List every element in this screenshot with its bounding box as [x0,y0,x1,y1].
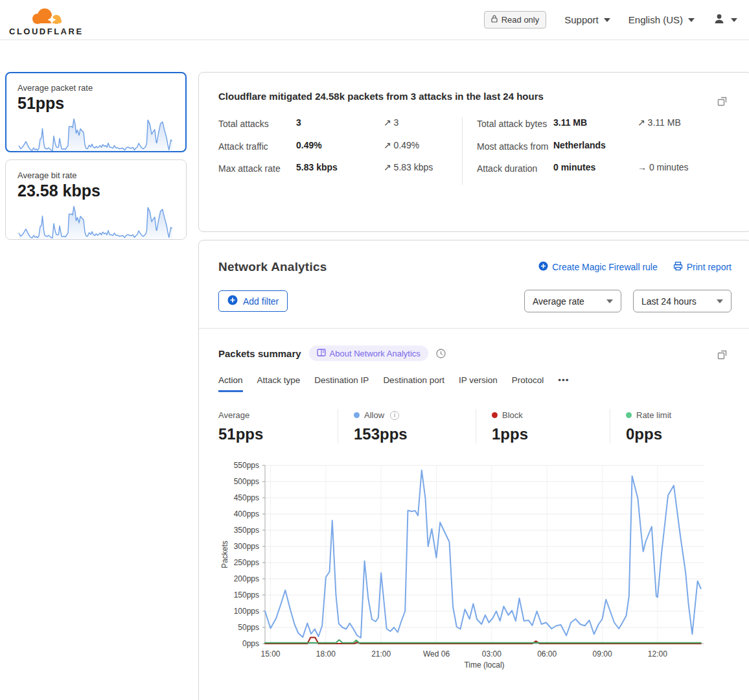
svg-text:0pps: 0pps [242,639,259,648]
plus-circle-icon [227,295,238,307]
create-magic-firewall-rule-link[interactable]: Create Magic Firewall rule [538,261,658,273]
about-network-analytics-pill[interactable]: About Network Analytics [309,345,428,361]
chevron-down-icon [688,18,695,22]
filter-controls: Add filter Average rate Last 24 hours [218,290,732,312]
packet-rate-sparkline [17,114,174,154]
svg-text:300pps: 300pps [234,542,259,551]
plus-circle-icon [538,261,548,273]
chevron-down-icon [717,299,723,303]
language-label: English (US) [628,14,683,25]
time-info-icon[interactable] [436,349,446,358]
packets-time-series-chart[interactable]: 15:0018:0021:00Wed 0603:0006:0009:0012:0… [218,460,732,677]
metric-value: 23.58 kbps [17,181,174,200]
stat-rate-limit: Rate limit 0pps [610,409,732,443]
tab-destination-ip[interactable]: Destination IP [314,375,369,392]
series-stats-row: Average 51pps Allow i 153pps [218,409,732,443]
breakdown-tabs: Action Attack type Destination IP Destin… [218,375,732,392]
svg-text:Time (local): Time (local) [464,660,504,670]
support-label: Support [564,14,599,25]
stat-total-attack-bytes: Total attack bytes 3.11 MB ↗ 3.11 MB [477,117,732,132]
stat-attack-duration: Attack duration 0 minutes → 0 minutes [477,162,732,176]
tab-attack-type[interactable]: Attack type [257,375,301,392]
attack-summary-title: Cloudflare mitigated 24.58k packets from… [218,91,732,102]
expand-icon[interactable] [717,349,728,362]
network-analytics-header: Network Analytics Create Magic Firewall … [199,240,749,328]
metric-value: 51pps [17,94,174,113]
stat-block: Block 1pps [476,409,610,443]
stat-total-attacks: Total attacks 3 ↗ 3 [218,117,462,132]
metric-card-bit-rate[interactable]: Average bit rate 23.58 kbps [5,159,187,240]
tab-action[interactable]: Action [218,375,243,392]
time-range-dropdown[interactable]: Last 24 hours [633,290,732,312]
packets-summary-section: Packets summary About Network Analytics [199,329,749,677]
analytics-actions: Create Magic Firewall rule Print report [538,261,732,273]
lock-icon [491,15,498,25]
svg-text:550pps: 550pps [234,461,259,470]
network-analytics-card: Network Analytics Create Magic Firewall … [198,240,749,700]
tab-ip-version[interactable]: IP version [459,375,498,392]
tab-protocol[interactable]: Protocol [512,375,544,392]
trend-up: ↗ 0.49% [384,140,462,150]
metric-label: Average bit rate [17,170,174,180]
stat-average: Average 51pps [218,409,338,443]
allow-series-dot [354,412,360,418]
svg-text:09:00: 09:00 [593,649,612,659]
summary-stats-left: Total attacks 3 ↗ 3 Attack traffic 0.49%… [218,117,463,185]
add-filter-button[interactable]: Add filter [218,290,288,312]
support-menu[interactable]: Support [564,14,610,25]
stat-attack-traffic: Attack traffic 0.49% ↗ 0.49% [218,140,462,154]
svg-text:350pps: 350pps [234,526,259,535]
chevron-down-icon [606,299,613,303]
cloudflare-dashboard: CLOUDFLARE Read only Support English (US… [0,0,749,700]
tab-destination-port[interactable]: Destination port [383,375,444,392]
book-icon [317,349,326,358]
packets-summary-title: Packets summary [218,348,301,359]
block-series-dot [492,412,498,418]
svg-text:50pps: 50pps [238,623,259,632]
svg-text:06:00: 06:00 [537,649,557,659]
metric-card-packet-rate[interactable]: Average packet rate 51pps [5,72,187,152]
summary-stats-right: Total attack bytes 3.11 MB ↗ 3.11 MB Mos… [463,117,732,185]
stat-max-attack-rate: Max attack rate 5.83 kbps ↗ 5.83 kbps [218,162,462,176]
svg-text:500pps: 500pps [234,477,259,486]
topbar-actions: Read only Support English (US) [484,11,737,29]
attack-summary-card: Cloudflare mitigated 24.58k packets from… [198,72,749,232]
cloudflare-logo[interactable]: CLOUDFLARE [9,5,84,36]
svg-text:150pps: 150pps [234,590,259,600]
svg-text:18:00: 18:00 [316,649,336,659]
network-analytics-title: Network Analytics [218,260,327,274]
account-menu[interactable] [713,12,737,27]
printer-icon [673,261,683,273]
tabs-overflow-button[interactable]: ••• [558,375,569,392]
svg-text:200pps: 200pps [234,574,259,583]
trend-up: ↗ 3 [384,117,462,128]
chevron-down-icon [604,18,610,22]
top-navigation-bar: CLOUDFLARE Read only Support English (US… [0,0,749,40]
bit-rate-sparkline [17,202,174,242]
svg-text:450pps: 450pps [234,493,259,502]
print-report-link[interactable]: Print report [673,261,732,273]
metric-dropdown[interactable]: Average rate [524,290,621,312]
expand-icon[interactable] [717,96,728,109]
svg-text:Wed 06: Wed 06 [423,649,450,659]
svg-text:100pps: 100pps [234,607,259,616]
svg-text:Packets: Packets [220,541,229,568]
cloudflare-cloud-icon [27,5,65,30]
svg-text:03:00: 03:00 [482,649,501,659]
svg-text:15:00: 15:00 [261,649,281,659]
read-only-badge[interactable]: Read only [484,11,547,29]
dropdown-group: Average rate Last 24 hours [524,290,732,312]
attack-summary-stats: Total attacks 3 ↗ 3 Attack traffic 0.49%… [218,117,732,185]
svg-text:12:00: 12:00 [648,649,667,659]
language-menu[interactable]: English (US) [628,14,695,25]
stat-most-attacks-from: Most attacks from Netherlands [477,140,732,154]
metric-sidebar: Average packet rate 51pps Average bit ra… [5,72,187,247]
rate-limit-series-dot [626,412,632,418]
cloudflare-wordmark: CLOUDFLARE [9,27,84,36]
chevron-down-icon [731,18,737,22]
stat-allow: Allow i 153pps [338,409,476,443]
svg-text:400pps: 400pps [234,509,259,519]
info-icon[interactable]: i [390,411,399,420]
metric-label: Average packet rate [17,83,174,93]
trend-flat: → 0 minutes [638,162,732,172]
